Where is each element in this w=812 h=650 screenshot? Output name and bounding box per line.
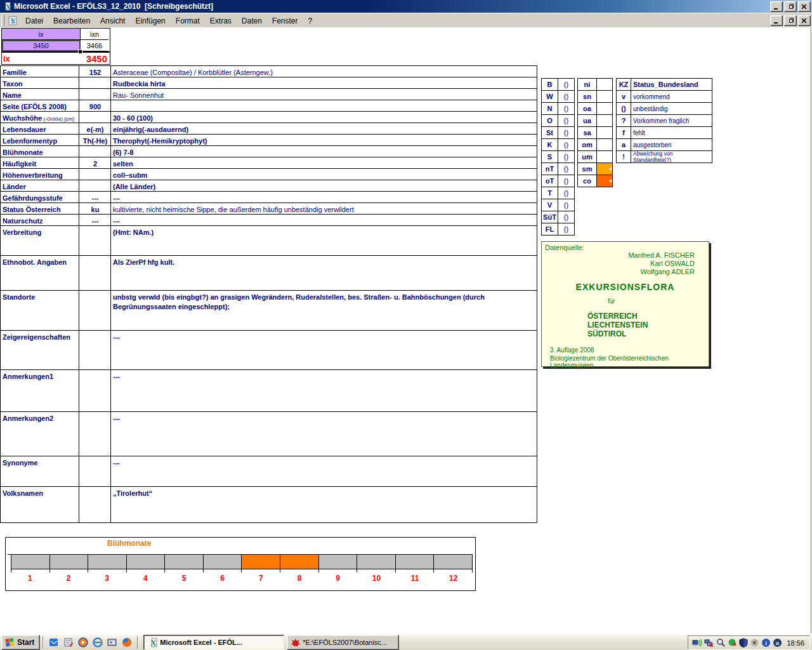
cell-code[interactable] bbox=[79, 412, 111, 456]
bundesland-value-cell[interactable]: () bbox=[558, 151, 575, 163]
hoehenstufe-value-cell[interactable] bbox=[597, 127, 613, 139]
cell-value[interactable]: 30 - 60 (100) bbox=[111, 112, 537, 123]
bundesland-code-cell[interactable]: FL bbox=[542, 223, 558, 235]
legend-code-cell[interactable]: ? bbox=[617, 115, 631, 127]
row-label[interactable]: Länder bbox=[1, 180, 79, 192]
menu-item[interactable]: Extras bbox=[205, 15, 237, 27]
ixn-header-cell[interactable]: ixn bbox=[81, 29, 108, 40]
legend-desc-cell[interactable]: Vorkommen fraglich bbox=[631, 115, 712, 127]
toolbar-grip[interactable] bbox=[1, 15, 4, 26]
cell-code[interactable]: 2 bbox=[79, 157, 111, 169]
task-button-excel[interactable]: X Microsoft Excel - EFÖL... bbox=[143, 635, 284, 650]
cell-value[interactable]: Rudbeckia hirta bbox=[111, 77, 537, 89]
bundesland-code-cell[interactable]: W bbox=[542, 91, 558, 103]
sheet-close-button[interactable] bbox=[798, 15, 811, 26]
legend-code-cell[interactable]: v bbox=[617, 91, 631, 103]
hoehenstufe-value-cell[interactable] bbox=[597, 139, 613, 151]
cell-code[interactable] bbox=[79, 89, 111, 100]
bundesland-value-cell[interactable]: () bbox=[558, 175, 575, 187]
cell-value[interactable]: selten bbox=[111, 157, 537, 169]
row-label[interactable]: Status Österreich bbox=[1, 203, 79, 215]
cell-code[interactable]: ku bbox=[79, 203, 111, 215]
cell-value[interactable]: unbstg verwld (bis eingbgt?) an grasigen… bbox=[111, 291, 537, 331]
a-badge-icon[interactable]: a bbox=[773, 638, 782, 647]
language-icon[interactable] bbox=[728, 638, 737, 647]
bundesland-code-cell[interactable]: K bbox=[542, 139, 558, 151]
hoehenstufe-code-cell[interactable]: ua bbox=[578, 115, 597, 127]
cell-code[interactable] bbox=[79, 331, 111, 370]
legend-desc-cell[interactable]: Abweichung von Standardliste(?) bbox=[631, 151, 712, 163]
menu-item[interactable]: ? bbox=[303, 15, 318, 27]
volume-icon[interactable] bbox=[750, 638, 759, 647]
hoehenstufe-code-cell[interactable]: co bbox=[578, 175, 597, 187]
bundesland-value-cell[interactable]: () bbox=[558, 103, 575, 115]
cell-code[interactable] bbox=[79, 456, 111, 487]
hoehenstufe-code-cell[interactable]: um bbox=[578, 151, 597, 163]
bundesland-value-cell[interactable]: () bbox=[558, 163, 575, 175]
network-offline-icon[interactable] bbox=[704, 639, 714, 647]
sheet-minimize-button[interactable] bbox=[770, 15, 783, 26]
row-label[interactable]: Wuchshöhe (-Größe) [cm] bbox=[1, 112, 79, 123]
cell-code[interactable] bbox=[79, 180, 111, 192]
hoehenstufe-value-cell[interactable] bbox=[597, 79, 613, 91]
bundesland-code-cell[interactable]: V bbox=[542, 199, 558, 211]
hoehenstufe-value-cell[interactable] bbox=[597, 91, 613, 103]
row-label[interactable]: Familie bbox=[1, 66, 79, 77]
journal-icon[interactable] bbox=[63, 637, 74, 647]
bundesland-code-cell[interactable]: S bbox=[542, 151, 558, 163]
internet-explorer-icon[interactable] bbox=[93, 637, 103, 647]
bundesland-code-cell[interactable]: O bbox=[542, 115, 558, 127]
bundesland-value-cell[interactable]: () bbox=[558, 187, 575, 199]
outlook-express-icon[interactable] bbox=[49, 637, 59, 647]
hoehenstufe-value-cell[interactable] bbox=[597, 115, 613, 127]
status-header-cell[interactable]: Status_Bundesland bbox=[631, 79, 712, 91]
hoehenstufe-code-cell[interactable]: sn bbox=[578, 91, 597, 103]
sheet-restore-button[interactable] bbox=[784, 15, 797, 26]
hoehenstufe-value-cell[interactable] bbox=[597, 163, 613, 175]
legend-code-cell[interactable]: () bbox=[617, 103, 631, 115]
bundesland-code-cell[interactable]: SüT bbox=[542, 211, 558, 223]
hoehenstufe-value-cell[interactable] bbox=[597, 175, 613, 187]
menu-item[interactable]: Daten bbox=[237, 15, 267, 27]
row-label[interactable]: Anmerkungen2 bbox=[1, 412, 79, 456]
row-label[interactable]: Höhenverbreitung bbox=[1, 169, 79, 180]
cell-value[interactable]: --- bbox=[111, 215, 537, 226]
row-label[interactable]: Ethnobot. Angaben bbox=[1, 256, 79, 291]
cell-value[interactable]: --- bbox=[111, 192, 537, 203]
cell-value[interactable]: (6) 7-8 bbox=[111, 146, 537, 157]
menu-item[interactable]: Bearbeiten bbox=[48, 15, 95, 27]
cell-code[interactable] bbox=[79, 169, 111, 180]
menu-item[interactable]: Fenster bbox=[267, 15, 303, 27]
start-button[interactable]: Start bbox=[1, 635, 40, 650]
cell-code[interactable] bbox=[79, 112, 111, 123]
cell-code[interactable]: 152 bbox=[79, 66, 111, 77]
cell-code[interactable] bbox=[79, 146, 111, 157]
row-label[interactable]: Gefährdungsstufe bbox=[1, 192, 79, 203]
minimize-button[interactable] bbox=[770, 1, 783, 12]
cell-value[interactable]: einjährig(-ausdauernd) bbox=[111, 123, 537, 135]
bundesland-code-cell[interactable]: N bbox=[542, 103, 558, 115]
firefox-icon[interactable] bbox=[122, 637, 132, 647]
cell-code[interactable]: e(-m) bbox=[79, 123, 111, 135]
bundesland-value-cell[interactable]: () bbox=[558, 223, 575, 235]
cell-value[interactable]: coll–subm bbox=[111, 169, 537, 180]
bundesland-code-cell[interactable]: nT bbox=[542, 163, 558, 175]
cell-value[interactable]: kultivierte, nicht heimische Sippe, die … bbox=[111, 203, 537, 215]
fill-handle[interactable] bbox=[78, 50, 82, 54]
cell-value[interactable]: Therophyt(-Hemikryptophyt) bbox=[111, 135, 537, 146]
legend-desc-cell[interactable]: vorkommend bbox=[631, 91, 712, 103]
cell-code[interactable] bbox=[79, 226, 111, 256]
row-label[interactable]: Anmerkungen1 bbox=[1, 370, 79, 412]
row-label[interactable]: Volksnamen bbox=[1, 487, 79, 523]
row-label[interactable]: Seite (EFÖLS 2008) bbox=[1, 100, 79, 112]
row-label[interactable]: Taxon bbox=[1, 77, 79, 89]
menu-item[interactable]: Ansicht bbox=[95, 15, 130, 27]
cell-value[interactable] bbox=[111, 100, 537, 112]
row-label[interactable]: Zeigereigenschaften bbox=[1, 331, 79, 370]
menu-item[interactable]: Einfügen bbox=[130, 15, 170, 27]
cell-code[interactable] bbox=[79, 77, 111, 89]
bundesland-value-cell[interactable]: () bbox=[558, 199, 575, 211]
legend-code-cell[interactable]: a bbox=[617, 139, 631, 151]
close-button[interactable] bbox=[798, 1, 811, 12]
cell-code[interactable] bbox=[79, 370, 111, 412]
